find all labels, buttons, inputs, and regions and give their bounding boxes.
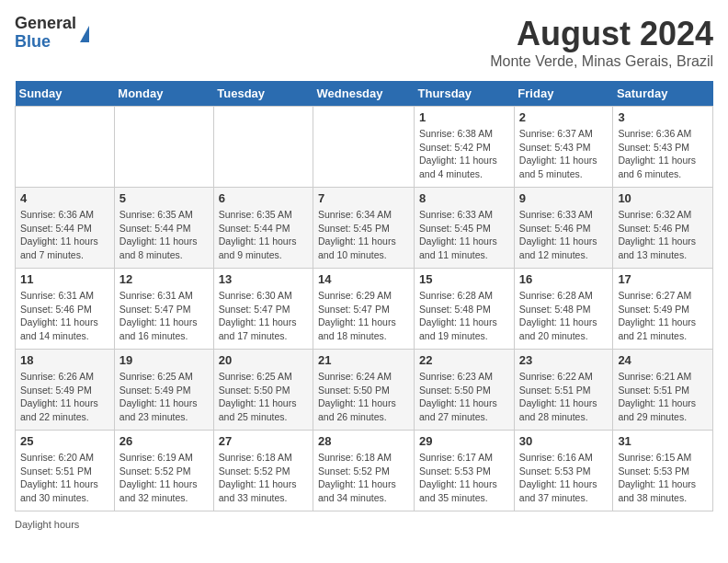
day-info: Sunrise: 6:27 AM Sunset: 5:49 PM Dayligh… — [618, 289, 708, 343]
day-number: 23 — [519, 353, 609, 367]
day-info: Sunrise: 6:33 AM Sunset: 5:46 PM Dayligh… — [519, 208, 609, 262]
calendar-cell: 1Sunrise: 6:38 AM Sunset: 5:42 PM Daylig… — [415, 107, 515, 188]
day-info: Sunrise: 6:17 AM Sunset: 5:53 PM Dayligh… — [419, 451, 509, 505]
footer-note: Daylight hours — [15, 519, 713, 530]
day-number: 13 — [219, 272, 308, 286]
day-number: 2 — [519, 110, 609, 124]
title-section: August 2024 Monte Verde, Minas Gerais, B… — [490, 15, 713, 70]
day-info: Sunrise: 6:19 AM Sunset: 5:52 PM Dayligh… — [119, 451, 209, 505]
day-info: Sunrise: 6:24 AM Sunset: 5:50 PM Dayligh… — [318, 370, 409, 424]
day-number: 28 — [318, 434, 409, 448]
day-info: Sunrise: 6:38 AM Sunset: 5:42 PM Dayligh… — [419, 127, 509, 181]
day-number: 16 — [519, 272, 609, 286]
day-number: 1 — [419, 110, 509, 124]
calendar-cell: 11Sunrise: 6:31 AM Sunset: 5:46 PM Dayli… — [16, 269, 115, 350]
day-number: 20 — [219, 353, 308, 367]
day-info: Sunrise: 6:31 AM Sunset: 5:46 PM Dayligh… — [20, 289, 109, 343]
day-info: Sunrise: 6:21 AM Sunset: 5:51 PM Dayligh… — [618, 370, 708, 424]
day-info: Sunrise: 6:32 AM Sunset: 5:46 PM Dayligh… — [618, 208, 708, 262]
day-number: 27 — [219, 434, 308, 448]
header-saturday: Saturday — [613, 81, 713, 107]
page-header: General Blue August 2024 Monte Verde, Mi… — [15, 15, 713, 70]
day-info: Sunrise: 6:31 AM Sunset: 5:47 PM Dayligh… — [119, 289, 209, 343]
day-number: 15 — [419, 272, 509, 286]
day-number: 3 — [618, 110, 708, 124]
day-number: 24 — [618, 353, 708, 367]
logo-text: General Blue — [15, 15, 76, 52]
calendar-cell: 9Sunrise: 6:33 AM Sunset: 5:46 PM Daylig… — [514, 188, 613, 269]
day-number: 7 — [318, 191, 409, 205]
day-number: 4 — [20, 191, 109, 205]
calendar-cell: 13Sunrise: 6:30 AM Sunset: 5:47 PM Dayli… — [213, 269, 313, 350]
calendar-cell: 31Sunrise: 6:15 AM Sunset: 5:53 PM Dayli… — [613, 431, 713, 511]
header-wednesday: Wednesday — [313, 81, 415, 107]
day-info: Sunrise: 6:18 AM Sunset: 5:52 PM Dayligh… — [318, 451, 409, 505]
calendar-cell: 16Sunrise: 6:28 AM Sunset: 5:48 PM Dayli… — [514, 269, 613, 350]
calendar-cell: 7Sunrise: 6:34 AM Sunset: 5:45 PM Daylig… — [313, 188, 415, 269]
day-number: 12 — [119, 272, 209, 286]
header-row: SundayMondayTuesdayWednesdayThursdayFrid… — [16, 81, 713, 107]
day-number: 14 — [318, 272, 409, 286]
day-info: Sunrise: 6:22 AM Sunset: 5:51 PM Dayligh… — [519, 370, 609, 424]
day-info: Sunrise: 6:37 AM Sunset: 5:43 PM Dayligh… — [519, 127, 609, 181]
calendar-week-4: 18Sunrise: 6:26 AM Sunset: 5:49 PM Dayli… — [16, 350, 713, 431]
calendar-cell: 21Sunrise: 6:24 AM Sunset: 5:50 PM Dayli… — [313, 350, 415, 431]
day-info: Sunrise: 6:15 AM Sunset: 5:53 PM Dayligh… — [618, 451, 708, 505]
day-info: Sunrise: 6:36 AM Sunset: 5:43 PM Dayligh… — [618, 127, 708, 181]
day-info: Sunrise: 6:25 AM Sunset: 5:49 PM Dayligh… — [119, 370, 209, 424]
calendar-cell: 27Sunrise: 6:18 AM Sunset: 5:52 PM Dayli… — [213, 431, 313, 511]
day-info: Sunrise: 6:29 AM Sunset: 5:47 PM Dayligh… — [318, 289, 409, 343]
day-number: 19 — [119, 353, 209, 367]
calendar-cell: 23Sunrise: 6:22 AM Sunset: 5:51 PM Dayli… — [514, 350, 613, 431]
calendar-cell: 22Sunrise: 6:23 AM Sunset: 5:50 PM Dayli… — [415, 350, 515, 431]
calendar-week-1: 1Sunrise: 6:38 AM Sunset: 5:42 PM Daylig… — [16, 107, 713, 188]
day-info: Sunrise: 6:36 AM Sunset: 5:44 PM Dayligh… — [20, 208, 109, 262]
calendar-cell: 28Sunrise: 6:18 AM Sunset: 5:52 PM Dayli… — [313, 431, 415, 511]
day-number: 17 — [618, 272, 708, 286]
day-info: Sunrise: 6:23 AM Sunset: 5:50 PM Dayligh… — [419, 370, 509, 424]
calendar-cell — [213, 107, 313, 188]
location-title: Monte Verde, Minas Gerais, Brazil — [490, 53, 713, 70]
day-info: Sunrise: 6:28 AM Sunset: 5:48 PM Dayligh… — [519, 289, 609, 343]
day-number: 31 — [618, 434, 708, 448]
calendar-cell: 3Sunrise: 6:36 AM Sunset: 5:43 PM Daylig… — [613, 107, 713, 188]
calendar-cell — [16, 107, 115, 188]
day-info: Sunrise: 6:30 AM Sunset: 5:47 PM Dayligh… — [219, 289, 308, 343]
day-number: 18 — [20, 353, 109, 367]
calendar-week-2: 4Sunrise: 6:36 AM Sunset: 5:44 PM Daylig… — [16, 188, 713, 269]
day-info: Sunrise: 6:26 AM Sunset: 5:49 PM Dayligh… — [20, 370, 109, 424]
header-tuesday: Tuesday — [213, 81, 313, 107]
calendar-cell: 26Sunrise: 6:19 AM Sunset: 5:52 PM Dayli… — [114, 431, 213, 511]
day-info: Sunrise: 6:16 AM Sunset: 5:53 PM Dayligh… — [519, 451, 609, 505]
day-info: Sunrise: 6:35 AM Sunset: 5:44 PM Dayligh… — [119, 208, 209, 262]
calendar-cell: 4Sunrise: 6:36 AM Sunset: 5:44 PM Daylig… — [16, 188, 115, 269]
logo: General Blue — [15, 15, 89, 52]
header-sunday: Sunday — [16, 81, 115, 107]
day-number: 26 — [119, 434, 209, 448]
calendar-cell: 20Sunrise: 6:25 AM Sunset: 5:50 PM Dayli… — [213, 350, 313, 431]
calendar-cell: 12Sunrise: 6:31 AM Sunset: 5:47 PM Dayli… — [114, 269, 213, 350]
calendar-cell: 6Sunrise: 6:35 AM Sunset: 5:44 PM Daylig… — [213, 188, 313, 269]
day-info: Sunrise: 6:18 AM Sunset: 5:52 PM Dayligh… — [219, 451, 308, 505]
calendar-week-5: 25Sunrise: 6:20 AM Sunset: 5:51 PM Dayli… — [16, 431, 713, 511]
logo-general: General — [15, 15, 76, 33]
calendar-cell: 24Sunrise: 6:21 AM Sunset: 5:51 PM Dayli… — [613, 350, 713, 431]
calendar-cell: 10Sunrise: 6:32 AM Sunset: 5:46 PM Dayli… — [613, 188, 713, 269]
calendar-cell: 15Sunrise: 6:28 AM Sunset: 5:48 PM Dayli… — [415, 269, 515, 350]
day-number: 11 — [20, 272, 109, 286]
day-number: 30 — [519, 434, 609, 448]
calendar-cell: 14Sunrise: 6:29 AM Sunset: 5:47 PM Dayli… — [313, 269, 415, 350]
calendar-cell: 17Sunrise: 6:27 AM Sunset: 5:49 PM Dayli… — [613, 269, 713, 350]
day-info: Sunrise: 6:34 AM Sunset: 5:45 PM Dayligh… — [318, 208, 409, 262]
day-number: 21 — [318, 353, 409, 367]
calendar-week-3: 11Sunrise: 6:31 AM Sunset: 5:46 PM Dayli… — [16, 269, 713, 350]
header-friday: Friday — [514, 81, 613, 107]
day-info: Sunrise: 6:28 AM Sunset: 5:48 PM Dayligh… — [419, 289, 509, 343]
day-number: 25 — [20, 434, 109, 448]
day-number: 5 — [119, 191, 209, 205]
logo-blue: Blue — [15, 33, 76, 52]
calendar-cell: 30Sunrise: 6:16 AM Sunset: 5:53 PM Dayli… — [514, 431, 613, 511]
day-number: 9 — [519, 191, 609, 205]
calendar-cell: 18Sunrise: 6:26 AM Sunset: 5:49 PM Dayli… — [16, 350, 115, 431]
calendar-cell: 29Sunrise: 6:17 AM Sunset: 5:53 PM Dayli… — [415, 431, 515, 511]
